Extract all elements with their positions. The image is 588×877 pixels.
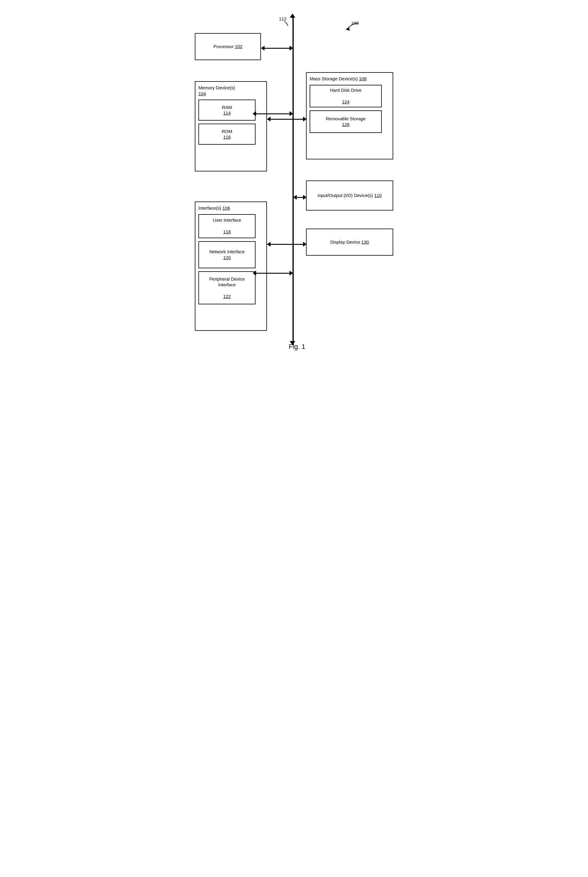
memory-massstorage-arrow (267, 117, 307, 122)
user-interface-box: User Interface 118 (198, 214, 255, 238)
io-box: Input/Output (I/O) Device(s) 110 (306, 180, 393, 210)
network-arrow (252, 271, 293, 275)
bus-line (292, 18, 294, 345)
network-interface-box: Network Interface 120 (198, 241, 255, 268)
bus-label-arrow (278, 20, 290, 29)
rom-box: ROM 116 (198, 124, 255, 145)
processor-box: Processor 102 (195, 33, 261, 60)
peripheral-box: Peripheral Device Interface 122 (198, 271, 255, 304)
memory-box: Memory Device(s) 104 RAM 114 ROM 116 (195, 81, 267, 171)
removable-box: Removable Storage 126 (310, 110, 382, 133)
system-arrow (339, 21, 363, 36)
hdd-box: Hard Disk Drive 124 (310, 85, 382, 107)
ram-arrow (252, 111, 293, 116)
display-box: Display Device 130 (306, 228, 393, 256)
io-arrow (293, 195, 307, 200)
interface-display-arrow (267, 242, 307, 246)
ram-box: RAM 114 (198, 99, 255, 121)
bus-arrow-top (290, 14, 295, 18)
diagram: 100 112 Processor 102 Memory Device(s) 1… (177, 12, 411, 361)
svg-marker-0 (346, 27, 350, 31)
processor-arrow (261, 46, 293, 51)
interfaces-box: Interface(s) 106 User Interface 118 Netw… (195, 201, 267, 331)
figure-label: Fig. 1 (267, 343, 327, 351)
mass-storage-box: Mass Storage Device(s) 108 Hard Disk Dri… (306, 72, 393, 159)
